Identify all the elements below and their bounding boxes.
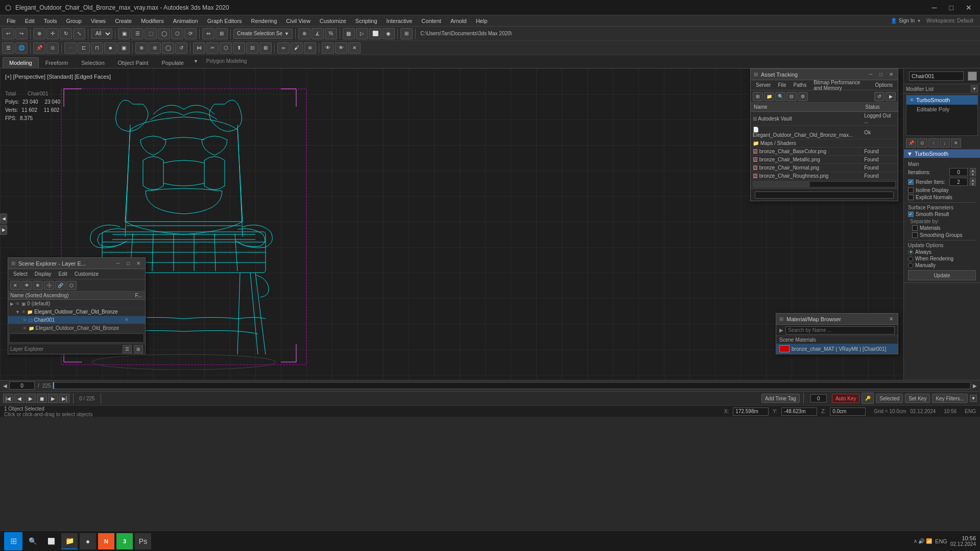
- scene-col-flags[interactable]: F...: [133, 292, 145, 300]
- menu-graph-editors[interactable]: Graph Editors: [203, 17, 246, 25]
- when-rendering-radio[interactable]: [908, 256, 913, 261]
- always-radio[interactable]: [908, 250, 913, 255]
- subobj-polygon-btn[interactable]: ■: [104, 42, 116, 54]
- modifier-item-turbosmooth[interactable]: 👁 TurboSmooth: [906, 95, 977, 105]
- asset-tracking-minimize[interactable]: ─: [867, 71, 874, 78]
- asset-col-status[interactable]: Status: [862, 103, 898, 112]
- snap-angle-btn[interactable]: ∡: [312, 28, 324, 39]
- menu-rendering[interactable]: Rendering: [247, 17, 281, 25]
- menu-modifiers[interactable]: Modifiers: [137, 17, 168, 25]
- mirror-btn[interactable]: ⇔: [202, 28, 214, 39]
- minimize-btn[interactable]: ─: [929, 4, 940, 12]
- show-end-result-btn[interactable]: ⊙: [46, 42, 59, 54]
- at-tb-btn7[interactable]: ▶: [886, 92, 896, 101]
- mod-move-up-btn[interactable]: ↑: [928, 138, 939, 148]
- render-iters-up[interactable]: ▲: [970, 178, 976, 182]
- tab-selection[interactable]: Selection: [75, 57, 111, 68]
- iterations-input[interactable]: [949, 168, 968, 176]
- unhide-btn[interactable]: 👁: [335, 42, 347, 54]
- subobj-element-btn[interactable]: ▣: [117, 42, 130, 54]
- table-row[interactable]: ⊞ Autodesk Vault Logged Out ...: [751, 112, 898, 126]
- bridge-btn[interactable]: ⊠: [259, 42, 272, 54]
- paint-deform-btn[interactable]: 🖌: [291, 42, 303, 54]
- at-tb-btn2[interactable]: 📁: [764, 92, 774, 101]
- se-footer-btn1[interactable]: ☰: [123, 345, 132, 353]
- at-tb-btn3[interactable]: 🔍: [775, 92, 785, 101]
- table-row[interactable]: 🖼 bronze_Chair_BaseColor.png Found: [751, 148, 898, 156]
- asset-hscroll[interactable]: [753, 181, 896, 187]
- asset-tracking-close[interactable]: ✕: [888, 71, 895, 78]
- cut-btn[interactable]: ✂: [206, 42, 219, 54]
- relax-btn[interactable]: ≋: [304, 42, 316, 54]
- modifier-item-editable-poly[interactable]: Editable Poly: [906, 105, 977, 114]
- taskbar-app1[interactable]: N: [98, 533, 114, 549]
- close-btn[interactable]: ✕: [963, 4, 975, 12]
- iterations-down[interactable]: ▼: [970, 172, 976, 176]
- auto-key-btn[interactable]: Auto Key: [832, 394, 860, 403]
- se-link-btn[interactable]: 🔗: [55, 281, 65, 290]
- scale-btn[interactable]: ⤡: [73, 28, 85, 39]
- viewport-config-btn[interactable]: ⊞: [400, 28, 413, 39]
- shrink-sel-btn[interactable]: ⊖: [149, 42, 161, 54]
- tl-arrow-left[interactable]: ◀: [3, 383, 7, 389]
- scene-explorer-btn[interactable]: 🌐: [15, 42, 28, 54]
- se-menu-edit[interactable]: Edit: [56, 271, 70, 277]
- se-menu-customize[interactable]: Customize: [71, 271, 102, 277]
- tab-object-paint[interactable]: Object Paint: [111, 57, 155, 68]
- next-frame-btn[interactable]: ▶: [48, 394, 58, 403]
- render-setup-btn[interactable]: ▦: [343, 28, 355, 39]
- y-coord-input[interactable]: [781, 408, 817, 416]
- at-menu-options[interactable]: Options: [872, 82, 896, 88]
- material-browser-close[interactable]: ✕: [888, 316, 895, 323]
- viewport[interactable]: [+] [Perspective] [Standard] [Edged Face…: [0, 68, 980, 380]
- inset-btn[interactable]: ⊟: [246, 42, 258, 54]
- play-btn[interactable]: ▶: [26, 394, 36, 403]
- taskbar-explorer[interactable]: 📁: [61, 533, 78, 549]
- at-tb-btn4[interactable]: ⊟: [786, 92, 797, 101]
- menu-animation[interactable]: Animation: [169, 17, 202, 25]
- scene-col-name[interactable]: Name (Sorted Ascending): [8, 292, 133, 300]
- se-footer-btn2[interactable]: ⊞: [134, 345, 143, 353]
- start-btn[interactable]: ⊞: [4, 532, 22, 550]
- mod-list-dropdown[interactable]: ▼: [971, 85, 978, 92]
- se-menu-display[interactable]: Display: [32, 271, 55, 277]
- layer-mgr-btn[interactable]: ☰: [2, 42, 14, 54]
- select-filter[interactable]: All: [91, 29, 112, 39]
- go-to-end-btn[interactable]: ▶|: [59, 394, 69, 403]
- grow-sel-btn[interactable]: ⊕: [135, 42, 148, 54]
- menu-scripting[interactable]: Scripting: [351, 17, 381, 25]
- mod-show-end-btn[interactable]: ⊙: [917, 138, 927, 148]
- se-highlight-btn[interactable]: ⬡: [66, 281, 77, 290]
- at-menu-file[interactable]: File: [775, 82, 789, 88]
- materials-cb[interactable]: [912, 225, 918, 231]
- table-row[interactable]: ▶ 👁 ▣ 0 (default): [8, 300, 145, 308]
- obj-color-swatch[interactable]: [968, 71, 977, 81]
- tab-options[interactable]: ▼: [190, 55, 201, 68]
- swift-loop-btn[interactable]: ∞: [277, 42, 290, 54]
- pin-stack-btn[interactable]: 📌: [33, 42, 45, 54]
- material-editor-btn[interactable]: ◉: [383, 28, 395, 39]
- bevel-btn[interactable]: ⬡: [220, 42, 232, 54]
- menu-customize[interactable]: Customize: [316, 17, 350, 25]
- turbosmooth-rollup-header[interactable]: ▼ TurboSmooth: [904, 150, 980, 158]
- loop-sel-btn[interactable]: ↺: [175, 42, 187, 54]
- at-menu-bitmap[interactable]: Bitmap Performance and Memory: [810, 79, 871, 91]
- at-tb-btn5[interactable]: ⚙: [798, 92, 808, 101]
- rotate-btn[interactable]: ↻: [60, 28, 72, 39]
- timeline-frame-input[interactable]: [9, 381, 35, 390]
- mod-delete-btn[interactable]: ✕: [951, 138, 961, 148]
- table-row[interactable]: 👁 📁 Elegant_Outdoor_Chair_Old_Bronze: [8, 324, 145, 332]
- rect-select-btn[interactable]: ⬚: [145, 28, 157, 39]
- maximize-btn[interactable]: □: [946, 4, 957, 12]
- key-value-input[interactable]: [810, 394, 827, 402]
- se-menu-select[interactable]: Select: [10, 271, 31, 277]
- hide-sel-btn[interactable]: 👁: [322, 42, 334, 54]
- vp-left-btn-2[interactable]: ▶: [0, 225, 7, 235]
- stop-btn[interactable]: ◼: [37, 394, 47, 403]
- scene-search[interactable]: [9, 333, 144, 343]
- menu-interactive[interactable]: Interactive: [383, 17, 417, 25]
- at-tb-btn6[interactable]: ↺: [874, 92, 885, 101]
- object-name-field[interactable]: [909, 71, 964, 81]
- smoothing-groups-cb[interactable]: [912, 232, 918, 238]
- menu-create[interactable]: Create: [111, 17, 136, 25]
